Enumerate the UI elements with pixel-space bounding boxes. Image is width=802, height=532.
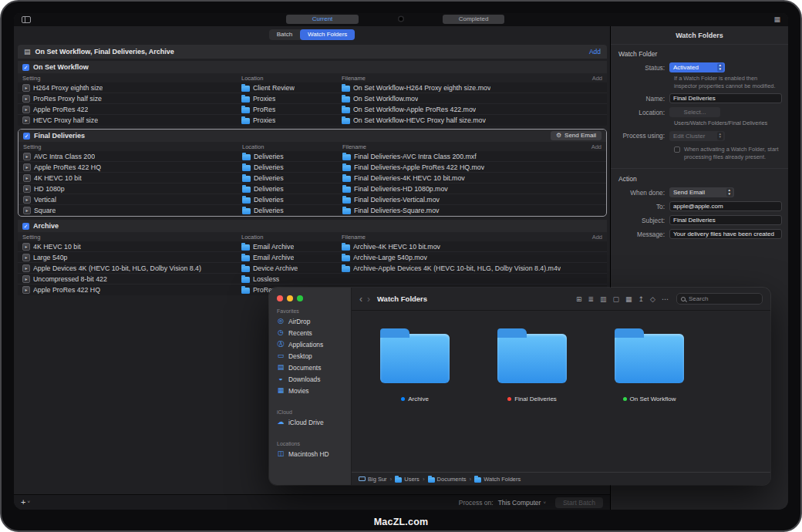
status-dropdown[interactable]: Activated ▲▼ [669, 62, 725, 72]
finder-folder-on-set-workflow[interactable]: On Set Workflow [606, 328, 692, 402]
add-watch-folder-link[interactable]: Add [589, 48, 601, 56]
setting-icon: ▸ [22, 106, 30, 113]
location-path: Users/Watch Folders/Final Deliveries [674, 120, 782, 127]
back-icon[interactable]: ‹ [359, 295, 362, 304]
forward-icon[interactable]: › [367, 295, 370, 304]
gallery-view-icon[interactable]: ▢ [613, 295, 620, 303]
app-titlebar: Current Completed ▦ [14, 13, 788, 26]
list-view-icon[interactable]: ≣ [588, 295, 594, 303]
add-setting-link[interactable]: Add [591, 143, 602, 150]
start-batch-button[interactable]: Start Batch [555, 497, 603, 508]
minimize-button[interactable] [287, 295, 293, 301]
path-label: Documents [437, 476, 467, 483]
setting-row[interactable]: ▸AVC Intra Class 200DeliveriesFinal Deli… [19, 151, 606, 162]
location-name: Deliveries [254, 174, 284, 182]
checkbox-icon[interactable]: ✓ [22, 64, 29, 71]
tab-watch-folders[interactable]: Watch Folders [300, 29, 355, 40]
setting-row[interactable]: ▸4K HEVC 10 bitDeliveriesFinal Deliverie… [19, 173, 606, 184]
tags-icon[interactable]: ◇ [650, 295, 655, 303]
share-icon[interactable]: ↥ [639, 295, 645, 303]
watch-folder-group-final-deliveries[interactable]: ✓Final Deliveries⚙Send EmailSettingLocat… [18, 129, 607, 217]
group-header[interactable]: ✓Final Deliveries⚙Send Email [19, 130, 606, 142]
process-on-value: This Computer [498, 499, 541, 507]
filename: Final Deliveries-HD 1080p.mov [354, 185, 448, 193]
location-name: Proxies [253, 95, 275, 103]
setting-row[interactable]: ▸VerticalDeliveriesFinal Deliveries-Vert… [19, 194, 606, 205]
filename: On Set Workflow-HEVC Proxy half size.mov [353, 116, 486, 124]
watch-folder-group-archive[interactable]: ✓ArchiveSettingLocationFilenameAdd▸4K HE… [18, 220, 607, 295]
path-segment-users[interactable]: Users [395, 476, 420, 483]
more-actions-icon[interactable]: ⋯ [662, 295, 669, 303]
path-segment-documents[interactable]: Documents [428, 476, 467, 483]
setting-row[interactable]: ▸Apple Devices 4K (HEVC 10-bit, HLG, Dol… [18, 263, 607, 274]
setting-row[interactable]: ▸4K HEVC 10 bitEmail ArchiveArchive-4K H… [18, 241, 607, 252]
filename: Archive-Apple Devices 4K (HEVC 10-bit, H… [353, 264, 561, 272]
add-setting-link[interactable]: Add [592, 234, 602, 241]
folder-icon [241, 96, 250, 103]
folder-icon [241, 288, 250, 294]
filename: On Set Workflow.mov [353, 95, 418, 103]
group-by-icon[interactable]: ▦ [625, 295, 632, 303]
sidebar-item-airdrop[interactable]: ◎AirDrop [269, 315, 351, 327]
add-button[interactable]: + ˅ [21, 498, 30, 507]
name-field[interactable]: Final Deliveries [669, 93, 782, 103]
setting-row[interactable]: ▸H264 Proxy eighth sizeClient ReviewOn S… [18, 82, 607, 93]
to-field[interactable]: apple@apple.com [669, 201, 782, 211]
finder-folder-final-deliveries[interactable]: Final Deliveries [489, 328, 575, 402]
setting-row[interactable]: ▸HD 1080pDeliveriesFinal Deliveries-HD 1… [19, 184, 606, 194]
group-header[interactable]: ✓On Set Workflow [18, 61, 607, 73]
sidebar-item-downloads[interactable]: ◒Downloads [269, 373, 351, 385]
subject-field[interactable]: Final Deliveries [669, 215, 782, 225]
tab-completed[interactable]: Completed [443, 15, 504, 24]
location-select-button[interactable]: Select... [669, 107, 720, 117]
sidebar-item-desktop[interactable]: ▭Desktop [269, 350, 351, 362]
hard-disk-icon: ◫ [277, 450, 285, 457]
setting-row[interactable]: ▸ProRes Proxy half sizeProxiesOn Set Wor… [18, 93, 607, 104]
add-button-label: + [21, 498, 25, 507]
zoom-button[interactable] [297, 295, 303, 301]
finder-folder-archive[interactable]: Archive [372, 328, 458, 402]
setting-row[interactable]: ▸Large 540pEmail ArchiveArchive-Large 54… [18, 252, 607, 263]
path-segment-watch-folders[interactable]: Watch Folders [474, 476, 521, 483]
process-on-label: Process on: [459, 499, 494, 507]
filename: Archive-4K HEVC 10 bit.mov [353, 243, 440, 251]
activate-checkbox-row[interactable]: When activating a Watch Folder, start pr… [674, 146, 782, 160]
setting-row[interactable]: ▸Apple ProRes 422ProResOn Set Workflow-A… [18, 104, 607, 115]
grid-icon[interactable]: ▦ [773, 16, 780, 23]
group-header[interactable]: ✓Archive [18, 220, 607, 232]
send-email-badge[interactable]: ⚙Send Email [551, 131, 602, 140]
sidebar-item-movies[interactable]: ▦Movies [269, 385, 351, 396]
message-field[interactable]: Your delivery files have been created [669, 229, 782, 239]
add-setting-link[interactable]: Add [592, 75, 602, 82]
setting-row[interactable]: ▸HEVC Proxy half sizeProxiesOn Set Workf… [18, 115, 607, 126]
sidebar-item-recents[interactable]: ◷Recents [269, 327, 351, 338]
to-label: To: [611, 203, 669, 210]
watermark: MacZL.com [2, 517, 800, 527]
icon-view-icon[interactable]: ⊞ [576, 295, 582, 303]
checkbox-icon[interactable] [674, 146, 680, 153]
tab-current[interactable]: Current [286, 15, 359, 24]
sidebar-item-macintosh-hd[interactable]: ◫Macintosh HD [269, 448, 351, 460]
process-on-dropdown[interactable]: This Computer ˅ [498, 499, 546, 507]
location-name: Email Archive [253, 254, 294, 261]
when-done-dropdown[interactable]: Send Email ▲▼ [669, 187, 734, 197]
batch-header[interactable]: ▤ On Set Workflow, Final Deliveries, Arc… [18, 45, 607, 59]
tab-batch[interactable]: Batch [269, 29, 300, 40]
when-done-label: When done: [611, 189, 669, 197]
checkbox-icon[interactable]: ✓ [22, 223, 29, 230]
checkbox-icon[interactable]: ✓ [23, 133, 30, 140]
finder-window[interactable]: Favorites◎AirDrop◷RecentsⒶApplications▭D… [269, 288, 770, 485]
process-using-dropdown[interactable]: Edit Cluster ▲▼ [669, 131, 725, 141]
setting-row[interactable]: ▸Uncompressed 8-bit 422Lossless [18, 274, 607, 285]
sidebar-toggle-icon[interactable] [22, 16, 31, 23]
column-view-icon[interactable]: ▥ [600, 295, 607, 303]
sidebar-item-applications[interactable]: ⒶApplications [269, 338, 351, 350]
setting-row[interactable]: ▸SquareDeliveriesFinal Deliveries-Square… [19, 205, 606, 216]
search-input[interactable]: Search [676, 293, 763, 305]
close-button[interactable] [277, 295, 283, 301]
watch-folder-group-on-set-workflow[interactable]: ✓On Set WorkflowSettingLocationFilenameA… [18, 61, 607, 126]
sidebar-item-documents[interactable]: ▤Documents [269, 362, 351, 373]
sidebar-item-icloud-drive[interactable]: ☁iCloud Drive [269, 416, 351, 428]
path-segment-big-sur[interactable]: Big Sur [359, 476, 387, 483]
setting-row[interactable]: ▸Apple ProRes 422 HQDeliveriesFinal Deli… [19, 162, 606, 173]
